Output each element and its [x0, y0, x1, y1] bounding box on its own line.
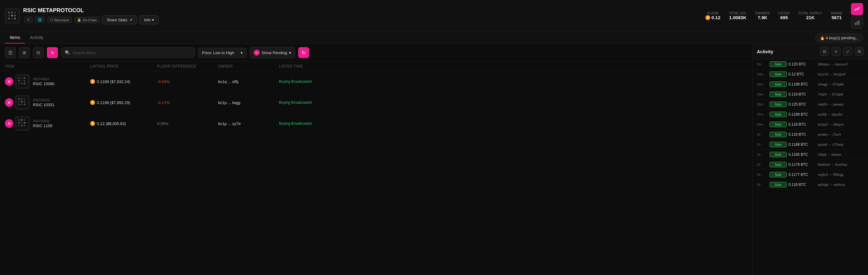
pending-dot-icon: ⟳: [254, 49, 260, 56]
chart-button-primary[interactable]: [851, 3, 863, 15]
activity-row[interactable]: 35m Sale 0.125 BTC nkgl2h → ptwaau: [752, 100, 868, 109]
activity-row[interactable]: 1h Sale 0.1177 BTC rng5c5 → f98hgg: [752, 170, 868, 180]
svg-rect-27: [21, 98, 23, 100]
refresh-icon: ↻: [302, 50, 306, 56]
stat-total-vol-value: 1.0083K: [729, 15, 746, 20]
activity-panel-header: Activity ⊟ ≡ ⤢ ✕: [752, 44, 868, 59]
stat-floor-label: FLOOR: [707, 11, 718, 15]
view-small-grid-button[interactable]: ⊟: [33, 47, 44, 58]
svg-rect-8: [11, 18, 13, 20]
status-cell-0: Buying Broadcasted: [279, 79, 747, 84]
svg-rect-2: [11, 11, 13, 13]
item-id-0: #56744937: [33, 77, 55, 81]
activity-close-button[interactable]: ✕: [855, 47, 864, 56]
activity-type-7: Sale: [770, 132, 787, 137]
activity-title: Activity: [757, 49, 817, 54]
pending-chevron-icon: ▾: [289, 50, 291, 55]
activity-row[interactable]: 1h Sale 0.119 BTC jsndkq → j7tzr4: [752, 130, 868, 140]
svg-rect-18: [18, 80, 20, 81]
svg-rect-20: [24, 80, 25, 81]
search-input[interactable]: [72, 50, 191, 55]
activity-row[interactable]: 59m Sale 0.119 BTC fe2qx5 → d9kgcs: [752, 119, 868, 130]
activity-row[interactable]: 1h Sale 0.1179 BTC 64a5m0 → 6me5wc: [752, 160, 868, 170]
svg-rect-31: [24, 101, 25, 103]
btc-icon-0: ₿: [90, 79, 95, 84]
activity-row[interactable]: 24m Sale 0.119 BTC 7xtj29 → 875qk8: [752, 90, 868, 100]
activity-wallets-2: xrlwgg → 875qk8: [818, 82, 864, 86]
table-row[interactable]: #56735532 RSIC 10331 ₿ 0.1198 ($7,992.29…: [0, 92, 752, 113]
view-list-button[interactable]: ≡: [47, 47, 58, 58]
activity-list-button[interactable]: ≡: [832, 47, 841, 56]
header-badges: 𝕏 🌐 ⬡ Recursive 🔒 On-Chain Share Stats ↗: [24, 15, 159, 24]
small-grid-icon: ⊟: [36, 50, 40, 55]
item-status-icon-1: [5, 98, 13, 107]
svg-rect-37: [18, 119, 20, 121]
stat-range: RANGE 5671: [831, 11, 842, 20]
stat-listed-value: 695: [780, 15, 788, 20]
activity-expand-button[interactable]: ⤢: [843, 47, 852, 56]
stat-total-supply-value: 21K: [806, 15, 815, 20]
activity-row[interactable]: 3m Sale 0.123 BTC 3k6wpu → mpmym7: [752, 59, 868, 69]
floor-diff-cell-2: 0.00%: [157, 121, 218, 126]
grid-icon: ⊞: [23, 50, 26, 55]
item-name-1: RSIC 10331: [33, 103, 55, 107]
activity-time-6: 59m: [757, 123, 768, 126]
activity-panel: Activity ⊟ ≡ ⤢ ✕ 3m Sale 0.123 BTC: [752, 44, 868, 275]
activity-time-10: 1h: [757, 163, 768, 166]
chevron-down-icon: ▾: [152, 18, 154, 22]
activity-price-2: 0.1198 BTC: [788, 82, 816, 87]
info-button[interactable]: Info ▾: [140, 15, 159, 24]
collection-logo: [5, 8, 20, 23]
activity-wallets-6: fe2qx5 → d9kgcs: [818, 123, 864, 126]
svg-rect-40: [18, 122, 20, 124]
activity-time-1: 14m: [757, 72, 768, 76]
activity-row[interactable]: 37m Sale 0.1189 BTC susf9j → dqxz6s: [752, 109, 868, 119]
activity-type-12: Sale: [770, 182, 787, 187]
table-row[interactable]: #56726060 RSIC 1159 ₿ 0.12 ($8,005.63) 0…: [0, 113, 752, 134]
activity-price-1: 0.12 BTC: [788, 72, 816, 76]
collection-name: RSIC METAPROTOCOL: [23, 7, 159, 14]
sort-dropdown[interactable]: Price: Low to High ▾: [198, 48, 247, 58]
tab-activity[interactable]: Activity: [25, 32, 48, 43]
svg-rect-26: [18, 98, 20, 100]
activity-filter-button[interactable]: ⊟: [820, 47, 829, 56]
stat-listed-label: LISTED: [778, 11, 790, 15]
activity-row[interactable]: 15m Sale 0.1198 BTC xrlwgg → 875qk8: [752, 79, 868, 90]
activity-price-6: 0.119 BTC: [788, 122, 816, 127]
svg-rect-10: [855, 23, 856, 25]
list-view-icon: ≡: [835, 49, 837, 54]
pending-notice: 🔥 4 buy(s) pending...: [815, 33, 863, 42]
activity-price-8: 0.1188 BTC: [788, 142, 816, 147]
activity-row[interactable]: 1h Sale 0.116 BTC ay5vgk → wd4vza: [752, 180, 868, 190]
table-row[interactable]: #56744937 RSIC 15090 ₿ 0.1189 ($7,932.24…: [0, 71, 752, 92]
search-box[interactable]: 🔍: [61, 47, 195, 58]
refresh-button[interactable]: ↻: [298, 47, 309, 58]
btc-icon-1: ₿: [90, 100, 95, 105]
stat-total-vol: TOTAL VOL 1.0083K: [729, 11, 746, 20]
globe-badge[interactable]: 🌐: [35, 17, 45, 23]
chart-button-secondary[interactable]: [851, 16, 863, 29]
svg-rect-28: [24, 98, 25, 100]
twitter-badge[interactable]: 𝕏: [24, 17, 33, 23]
table-header: Item Listing Price Floor Difference Owne…: [0, 62, 752, 71]
activity-type-5: Sale: [770, 112, 787, 117]
col-listed-time: Listed Time: [279, 64, 747, 68]
svg-rect-38: [21, 119, 23, 121]
item-info-2: #56726060 RSIC 1159: [33, 119, 52, 128]
floor-diff-value-0: -0.93%: [157, 79, 169, 84]
view-grid-button[interactable]: ⊞: [19, 47, 30, 58]
activity-type-4: Sale: [770, 102, 787, 107]
filter-button[interactable]: ☰: [5, 47, 16, 58]
svg-rect-7: [8, 18, 10, 20]
activity-time-3: 24m: [757, 93, 768, 96]
activity-row[interactable]: 1h Sale 0.1185 BTC r2fqdj → ektean: [752, 150, 868, 160]
activity-row[interactable]: 1h Sale 0.1188 BTC spxwlt → c75avg: [752, 140, 868, 150]
status-cell-2: Buying Broadcasted: [279, 122, 747, 126]
stat-listed: LISTED 695: [778, 11, 790, 20]
tab-items[interactable]: Items: [5, 32, 25, 43]
item-cell-0: #56744937 RSIC 15090: [5, 74, 90, 89]
show-pending-button[interactable]: ⟳ Show Pending ▾: [250, 47, 295, 59]
share-stats-button[interactable]: Share Stats ↗: [102, 15, 137, 24]
activity-row[interactable]: 14m Sale 0.12 BTC kszy7d → 0nugm0: [752, 69, 868, 79]
activity-time-11: 1h: [757, 173, 768, 176]
